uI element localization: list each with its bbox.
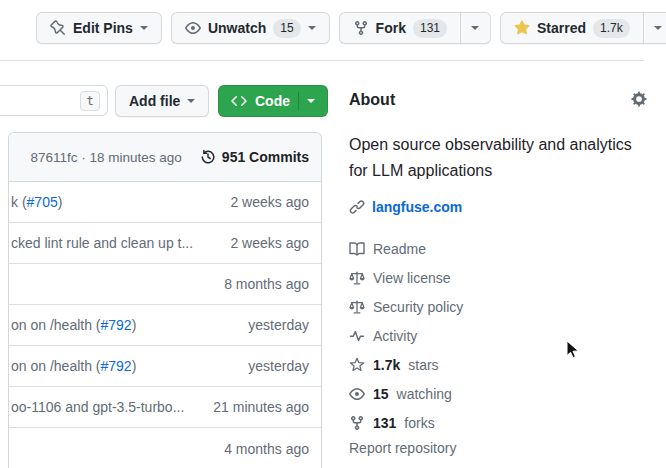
table-row: 8 months ago [9,264,321,305]
table-row: on on /health (#792) yesterday [9,346,321,387]
keyboard-shortcut-hint: t [80,91,100,111]
eye-icon [349,386,365,402]
commit-message-link[interactable]: on on /health (#792) [11,317,136,333]
file-table: 87611fc · 18 minutes ago 951 Commits k (… [8,132,322,468]
book-icon [349,241,365,257]
code-button[interactable]: Code [218,85,328,117]
report-repository-link[interactable]: Report repository [349,440,661,456]
repo-action-bar: Edit Pins Unwatch 15 Fork 131 Starred 1.… [36,12,666,44]
law-icon [349,270,365,286]
chevron-down-icon [187,99,195,103]
mouse-cursor [566,340,580,360]
activity-link[interactable]: Activity [349,321,661,350]
eye-icon [185,20,201,36]
starred-button[interactable]: Starred 1.7k [501,13,643,43]
history-icon [200,149,216,165]
commit-age: 2 weeks ago [220,235,309,251]
unwatch-label: Unwatch [208,20,266,36]
link-icon [349,199,365,215]
edit-pins-button[interactable]: Edit Pins [36,12,162,44]
pin-icon [50,20,66,36]
add-file-button[interactable]: Add file [115,85,209,117]
commit-message-link[interactable]: on on /health (#792) [11,358,136,374]
issue-link[interactable]: #705 [27,194,58,210]
chevron-down-icon [471,26,479,30]
go-to-file-input[interactable]: t [0,85,108,116]
chevron-down-icon [307,99,315,103]
commit-age: 8 months ago [214,276,309,292]
security-policy-link[interactable]: Security policy [349,292,661,321]
table-row: on on /health (#792) yesterday [9,305,321,346]
forks-count: 131 [413,19,447,38]
gear-icon[interactable] [631,91,647,107]
divider [298,92,299,110]
star-icon [349,357,365,373]
repo-page: Edit Pins Unwatch 15 Fork 131 Starred 1.… [0,0,666,468]
watching-link[interactable]: 15 watching [349,379,661,408]
website-link[interactable]: langfuse.com [372,199,462,215]
table-row: k (#705) 2 weeks ago [9,182,321,223]
header-divider [0,60,644,61]
commit-age: yesterday [238,358,309,374]
commit-message-link[interactable]: k (#705) [11,194,62,210]
fork-dropdown-button[interactable] [460,13,490,43]
about-sidebar: About Open source observability and anal… [349,84,661,456]
commits-link[interactable]: 951 Commits [200,149,309,165]
pulse-icon [349,328,365,344]
fork-icon [349,415,365,431]
website-row: langfuse.com [349,199,661,215]
issue-link[interactable]: #792 [101,317,132,333]
readme-link[interactable]: Readme [349,234,661,263]
unwatch-button[interactable]: Unwatch 15 [171,12,330,44]
table-row: oo-1106 and gpt-3.5-turbo... 21 minutes … [9,387,321,428]
stars-link[interactable]: 1.7k stars [349,350,661,379]
commit-age: 4 months ago [214,441,309,457]
star-filled-icon [514,20,530,36]
edit-pins-label: Edit Pins [73,20,133,36]
stars-count: 1.7k [593,19,630,38]
latest-commit-bar: 87611fc · 18 minutes ago 951 Commits [9,133,321,182]
fork-icon [353,20,369,36]
starred-label: Starred [537,20,586,36]
about-title: About [349,91,661,109]
view-license-link[interactable]: View license [349,263,661,292]
commit-age: 21 minutes ago [203,399,309,415]
issue-link[interactable]: #792 [101,358,132,374]
chevron-down-icon [140,26,148,30]
table-row: 4 months ago [9,428,321,468]
chevron-down-icon [308,26,316,30]
commit-age: yesterday [238,317,309,333]
fork-button-group: Fork 131 [339,12,491,44]
commit-message-link[interactable]: cked lint rule and clean up t... [11,235,193,251]
star-dropdown-button[interactable] [643,13,666,43]
commits-count-label: 951 Commits [222,149,309,165]
about-links-list: Readme View license Security policy Acti… [349,234,661,437]
forks-link[interactable]: 131 forks [349,408,661,437]
repo-description: Open source observability and analytics … [349,132,649,184]
add-file-label: Add file [129,93,180,109]
star-button-group: Starred 1.7k [500,12,666,44]
commit-sha-and-time[interactable]: 87611fc · 18 minutes ago [30,150,181,165]
watchers-count: 15 [273,19,300,38]
fork-button[interactable]: Fork 131 [340,13,460,43]
code-label: Code [255,93,290,109]
code-icon [231,93,247,109]
commit-message-link[interactable]: oo-1106 and gpt-3.5-turbo... [11,399,184,415]
table-row: cked lint rule and clean up t... 2 weeks… [9,223,321,264]
fork-label: Fork [376,20,406,36]
commit-age: 2 weeks ago [220,194,309,210]
chevron-down-icon [654,26,662,30]
law-icon [349,299,365,315]
